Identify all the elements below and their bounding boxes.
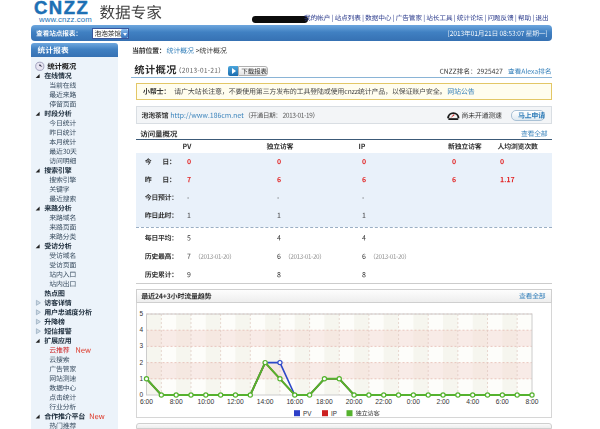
svg-text:12:00: 12:00 <box>227 398 244 405</box>
svg-text:0: 0 <box>139 391 143 398</box>
svg-text:8:00: 8:00 <box>525 398 538 405</box>
svg-text:10:00: 10:00 <box>197 398 214 405</box>
svg-text:22:00: 22:00 <box>375 398 392 405</box>
svg-text:0:00: 0:00 <box>407 398 420 405</box>
svg-text:5: 5 <box>139 310 143 317</box>
svg-text:20:00: 20:00 <box>346 398 363 405</box>
svg-text:4:00: 4:00 <box>466 398 479 405</box>
svg-text:2:00: 2:00 <box>437 398 450 405</box>
svg-text:4: 4 <box>139 326 143 333</box>
svg-text:16:00: 16:00 <box>286 398 303 405</box>
svg-text:8:00: 8:00 <box>170 398 183 405</box>
svg-text:PV: PV <box>303 410 312 417</box>
svg-text:18:00: 18:00 <box>316 398 333 405</box>
svg-text:14:00: 14:00 <box>257 398 274 405</box>
svg-text:6:00: 6:00 <box>140 398 153 405</box>
svg-text:3: 3 <box>139 342 143 349</box>
svg-text:1: 1 <box>139 375 143 382</box>
svg-text:IP: IP <box>331 410 337 417</box>
svg-text:2: 2 <box>139 359 143 366</box>
svg-text:6:00: 6:00 <box>496 398 509 405</box>
